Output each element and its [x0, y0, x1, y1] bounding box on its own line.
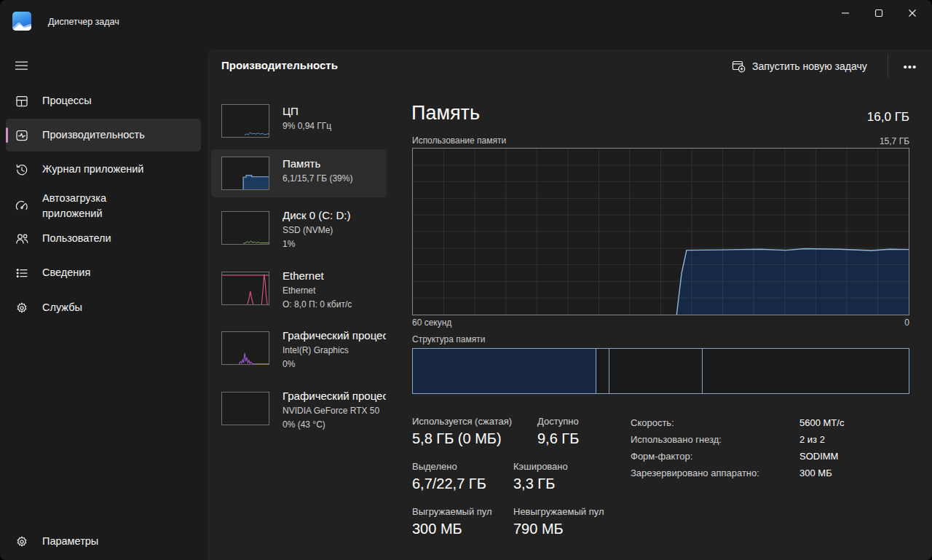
stat-label: Используется (сжатая): [412, 416, 512, 427]
spec-value: 2 из 2: [799, 434, 825, 445]
spec-label: Форм-фактор:: [631, 451, 692, 462]
memory-composition-segment-free[interactable]: [703, 349, 909, 393]
startup-gauge-icon: [13, 199, 31, 213]
spec-value: SODIMM: [799, 451, 838, 462]
perf-item-subtitle: NVIDIA GeForce RTX 50: [283, 404, 386, 418]
window-title: Диспетчер задач: [48, 17, 119, 27]
memory-composition-segment-in-use[interactable]: [413, 349, 596, 393]
spec-label: Зарезервировано аппаратно:: [631, 468, 759, 478]
gpu-intel-sparkline: [221, 331, 269, 365]
detail-title: Память: [411, 102, 480, 125]
perf-item-ethernet[interactable]: Ethernet Ethernet О: 8,0 П: 0 кбит/с: [211, 264, 387, 312]
task-manager-app-icon: [12, 12, 31, 31]
gpu-nvidia-sparkline: [221, 392, 269, 425]
stat-value: 300 МБ: [412, 521, 462, 537]
sidebar-item-label: Параметры: [42, 534, 98, 549]
stat-value: 790 МБ: [513, 521, 564, 537]
stat-label: Выделено: [412, 461, 457, 472]
sidebar-item-label: Пользователи: [42, 231, 111, 246]
stat-label: Кэшировано: [513, 461, 568, 472]
stat-label: Доступно: [537, 416, 579, 427]
perf-item-subtitle: 6,1/15,7 ГБ (39%): [283, 172, 386, 186]
sidebar-item-processes[interactable]: Процессы: [6, 84, 201, 117]
run-new-task-button[interactable]: Запустить новую задачу: [732, 56, 867, 76]
time-axis-label: 60 секунд: [412, 318, 451, 328]
memory-composition-segment-modified[interactable]: [596, 349, 609, 393]
memory-usage-chart: [412, 148, 909, 315]
usage-chart-label: Использование памяти: [412, 135, 506, 146]
memory-capacity: 16,0 ГБ: [867, 110, 909, 125]
perf-item-subtitle: 9% 0,94 ГГц: [283, 119, 386, 133]
memory-composition-segment-standby[interactable]: [609, 349, 703, 393]
composition-label: Структура памяти: [412, 334, 485, 344]
spec-label: Использовано гнезд:: [631, 434, 722, 445]
perf-item-title: Графический процессор: [283, 388, 386, 404]
time-axis-end: 0: [904, 318, 909, 328]
perf-item-subtitle2: 0% (43 °C): [283, 418, 386, 432]
spec-label: Скорость:: [631, 417, 674, 428]
close-button[interactable]: [896, 0, 929, 26]
perf-item-memory[interactable]: Память 6,1/15,7 ГБ (39%): [211, 149, 387, 197]
sidebar-item-label: Сведения: [42, 265, 90, 280]
sidebar-item-users[interactable]: Пользователи: [6, 222, 201, 255]
ethernet-sparkline: [221, 272, 269, 305]
spec-value: 5600 МТ/с: [799, 417, 844, 428]
stat-value: 3,3 ГБ: [513, 476, 555, 492]
run-new-task-label: Запустить новую задачу: [752, 60, 867, 72]
performance-pulse-icon: [13, 128, 31, 143]
perf-item-cpu[interactable]: ЦП 9% 0,94 ГГц: [211, 98, 387, 144]
perf-item-subtitle: SSD (NVMe): [283, 224, 386, 237]
disk-sparkline: [221, 211, 269, 245]
app-history-icon: [13, 162, 31, 177]
sidebar-item-services[interactable]: Службы: [6, 291, 201, 324]
sidebar-item-label: Процессы: [42, 93, 92, 109]
stat-value: 6,7/22,7 ГБ: [412, 476, 486, 492]
perf-item-gpu-nvidia[interactable]: Графический процессор NVIDIA GeForce RTX…: [211, 384, 387, 432]
minimize-button[interactable]: [829, 0, 862, 26]
sidebar-item-settings[interactable]: Параметры: [6, 525, 201, 558]
perf-item-subtitle2: 1%: [283, 237, 386, 251]
stat-value: 5,8 ГБ (0 МБ): [412, 430, 502, 447]
perf-item-subtitle: Ethernet: [283, 284, 386, 298]
services-cog-icon: [13, 301, 31, 315]
menu-toggle-button[interactable]: [7, 52, 35, 79]
header-divider: [888, 54, 888, 78]
sidebar-item-app-history[interactable]: Журнал приложений: [6, 153, 201, 186]
sidebar-item-label: Производительность: [42, 127, 145, 143]
perf-item-gpu-intel[interactable]: Графический процессор Intel(R) Graphics …: [211, 323, 387, 371]
cpu-sparkline: [221, 104, 269, 138]
perf-item-subtitle: Intel(R) Graphics: [283, 344, 386, 358]
stat-value: 9,6 ГБ: [537, 430, 579, 447]
spec-value: 300 МБ: [799, 468, 832, 478]
memory-composition-bar[interactable]: [412, 348, 909, 394]
sidebar-item-performance[interactable]: Производительность: [6, 119, 201, 151]
perf-item-title: Диск 0 (C: D:): [283, 208, 386, 224]
perf-item-title: Ethernet: [283, 268, 386, 284]
processes-grid-icon: [13, 94, 31, 109]
perf-item-disk0[interactable]: Диск 0 (C: D:) SSD (NVMe) 1%: [211, 204, 387, 252]
selection-accent-pill: [6, 127, 8, 143]
page-title: Производительность: [221, 59, 338, 71]
users-icon: [13, 232, 31, 246]
sidebar-item-label: Службы: [42, 300, 82, 315]
sidebar-item-details[interactable]: Сведения: [6, 256, 201, 289]
settings-gear-icon: [13, 535, 31, 549]
sidebar-item-label: Журнал приложений: [42, 162, 143, 177]
new-task-icon: [732, 60, 746, 73]
task-manager-window: Диспетчер задач Процессы Производительно…: [0, 0, 932, 560]
perf-item-subtitle2: 0%: [283, 358, 386, 371]
maximize-button[interactable]: [862, 0, 896, 26]
perf-item-title: Графический процессор: [283, 328, 386, 344]
details-list-icon: [13, 266, 31, 280]
usage-chart-max: 15,7 ГБ: [880, 136, 909, 146]
sidebar-item-startup-apps[interactable]: Автозагрузка приложений: [6, 185, 201, 227]
stat-label: Невыгружаемый пул: [513, 506, 604, 517]
perf-item-subtitle2: О: 8,0 П: 0 кбит/с: [283, 298, 386, 312]
perf-item-title: Память: [283, 156, 386, 172]
more-options-button[interactable]: •••: [896, 56, 924, 76]
stat-label: Выгружаемый пул: [412, 506, 492, 517]
sidebar-item-label: Автозагрузка приложений: [42, 191, 137, 221]
memory-sparkline: [221, 157, 269, 190]
perf-item-title: ЦП: [283, 103, 386, 119]
